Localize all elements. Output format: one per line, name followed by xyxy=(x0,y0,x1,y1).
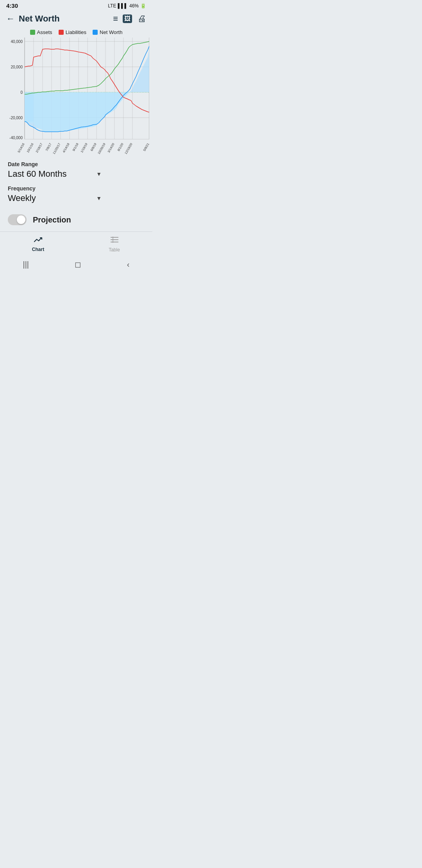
projection-label: Projection xyxy=(33,215,71,224)
frequency-arrow-icon: ▼ xyxy=(96,195,102,201)
svg-text:-40,000: -40,000 xyxy=(9,136,23,140)
status-bar: 4:30 LTE ▌▌▌ 46% 🔋 xyxy=(0,0,152,11)
bottom-nav: Chart Table xyxy=(0,231,152,256)
networth-color-dot xyxy=(93,30,98,35)
assets-color-dot xyxy=(30,30,35,35)
date-range-label: Date Range xyxy=(8,161,145,167)
signal-bars-icon: ▌▌▌ xyxy=(118,3,128,9)
page-title: Net Worth xyxy=(19,14,113,24)
chart-tab-label: Chart xyxy=(32,247,44,252)
battery-percent: 46% xyxy=(129,3,139,9)
battery-icon: 🔋 xyxy=(140,3,146,9)
legend-liabilities-label: Liabilities xyxy=(66,29,86,35)
header: ← Net Worth ≡ 🖼 🖨 xyxy=(0,11,152,28)
date-range-group: Date Range Last 60 Months ▼ xyxy=(8,161,145,179)
home-button[interactable]: ◻ xyxy=(75,260,81,269)
status-icons: LTE ▌▌▌ 46% 🔋 xyxy=(108,3,146,9)
chart-section: Assets Liabilities Net Worth xyxy=(0,28,152,155)
toggle-track xyxy=(8,214,27,225)
svg-text:20,000: 20,000 xyxy=(11,65,23,69)
header-actions: ≡ 🖼 🖨 xyxy=(113,14,146,24)
recent-apps-button[interactable]: ||| xyxy=(23,260,29,269)
lte-icon: LTE xyxy=(108,3,116,9)
back-button[interactable]: ← xyxy=(6,14,15,24)
tab-chart[interactable]: Chart xyxy=(0,236,76,253)
chart-container: 40,000 20,000 0 -20,000 -40,000 xyxy=(3,38,149,155)
legend-networth-label: Net Worth xyxy=(100,29,122,35)
tab-table[interactable]: Table xyxy=(76,236,152,253)
date-range-dropdown[interactable]: Last 60 Months ▼ xyxy=(8,169,102,179)
toggle-thumb xyxy=(17,215,25,224)
frequency-dropdown[interactable]: Weekly ▼ xyxy=(8,193,102,203)
status-time: 4:30 xyxy=(6,2,18,9)
svg-text:0: 0 xyxy=(20,90,23,95)
legend-liabilities: Liabilities xyxy=(59,29,86,35)
chart-svg: 40,000 20,000 0 -20,000 -40,000 xyxy=(3,38,149,155)
frequency-value: Weekly xyxy=(8,193,36,203)
filter-icon[interactable]: ≡ xyxy=(113,14,117,24)
chart-icon xyxy=(34,236,43,246)
print-icon[interactable]: 🖨 xyxy=(138,14,146,24)
svg-text:-20,000: -20,000 xyxy=(9,116,23,120)
image-icon[interactable]: 🖼 xyxy=(123,14,132,23)
frequency-label: Frequency xyxy=(8,185,145,192)
controls-section: Date Range Last 60 Months ▼ Frequency We… xyxy=(0,155,152,203)
projection-toggle[interactable] xyxy=(8,214,27,225)
svg-text:40,000: 40,000 xyxy=(11,39,23,44)
table-icon xyxy=(110,236,119,246)
date-range-value: Last 60 Months xyxy=(8,169,66,179)
projection-row: Projection xyxy=(0,210,152,230)
legend-assets-label: Assets xyxy=(37,29,52,35)
frequency-group: Frequency Weekly ▼ xyxy=(8,185,145,203)
table-tab-label: Table xyxy=(109,247,120,253)
back-nav-button[interactable]: ‹ xyxy=(127,260,130,269)
legend-assets: Assets xyxy=(30,29,52,35)
legend-networth: Net Worth xyxy=(93,29,122,35)
system-nav: ||| ◻ ‹ xyxy=(0,256,152,274)
liabilities-color-dot xyxy=(59,30,64,35)
date-range-arrow-icon: ▼ xyxy=(96,171,102,177)
chart-legend: Assets Liabilities Net Worth xyxy=(3,28,149,38)
